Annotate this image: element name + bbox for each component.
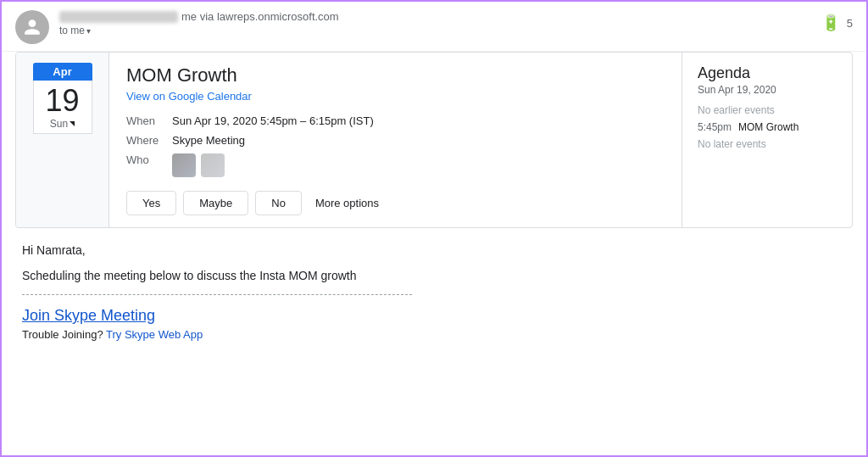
agenda-date: Sun Apr 19, 2020 bbox=[698, 84, 837, 96]
rsvp-buttons: Yes Maybe No More options bbox=[126, 191, 665, 215]
rsvp-more-options-button[interactable]: More options bbox=[309, 192, 386, 215]
cal-day-box: 19 Sun bbox=[33, 81, 92, 134]
trouble-text: Trouble Joining? Try Skype Web App bbox=[22, 328, 203, 341]
person-icon bbox=[23, 18, 42, 36]
email-body-text: Scheduling the meeting below to discuss … bbox=[22, 269, 846, 282]
when-label: When bbox=[126, 114, 162, 127]
calendar-card: Apr 19 Sun MOM Growth View on Google Cal… bbox=[15, 52, 853, 228]
where-label: Where bbox=[126, 134, 162, 147]
cal-day-num: 19 bbox=[34, 81, 92, 118]
event-who-row: Who bbox=[126, 153, 665, 177]
event-where-row: Where Skype Meeting bbox=[126, 134, 665, 147]
agenda-event-name: MOM Growth bbox=[738, 121, 798, 133]
sender-via: me via lawreps.onmicrosoft.com bbox=[181, 10, 339, 23]
email-body: Hi Namrata, Scheduling the meeting below… bbox=[2, 228, 866, 351]
attendee-avatar-1 bbox=[172, 153, 196, 177]
agenda-event-time: 5:45pm bbox=[698, 121, 732, 133]
rsvp-yes-button[interactable]: Yes bbox=[126, 191, 176, 215]
gcal-link[interactable]: View on Google Calendar bbox=[126, 90, 252, 103]
when-value: Sun Apr 19, 2020 5:45pm – 6:15pm (IST) bbox=[172, 114, 374, 127]
join-skype-link[interactable]: Join Skype Meeting bbox=[22, 307, 155, 325]
cal-event-details: MOM Growth View on Google Calendar When … bbox=[109, 53, 682, 227]
page-indicator: 5 bbox=[847, 17, 853, 30]
cal-triangle-icon bbox=[70, 121, 75, 126]
email-greeting: Hi Namrata, bbox=[22, 243, 846, 257]
calendar-date-block: Apr 19 Sun bbox=[16, 53, 109, 227]
agenda-no-later: No later events bbox=[698, 138, 837, 150]
who-label: Who bbox=[126, 153, 162, 177]
battery-icon: 🔋 bbox=[821, 14, 840, 32]
cal-day-name: Sun bbox=[34, 118, 92, 133]
email-divider bbox=[22, 294, 412, 295]
sender-line: me via lawreps.onmicrosoft.com bbox=[59, 10, 811, 23]
sender-avatar bbox=[15, 10, 49, 44]
email-header: me via lawreps.onmicrosoft.com to me ▾ 🔋… bbox=[2, 2, 866, 52]
agenda-sidebar: Agenda Sun Apr 19, 2020 No earlier event… bbox=[682, 53, 852, 227]
attendee-avatar-2 bbox=[201, 153, 225, 177]
agenda-no-earlier: No earlier events bbox=[698, 104, 837, 116]
who-value bbox=[172, 153, 225, 177]
sender-name-blur bbox=[59, 11, 178, 23]
event-when-row: When Sun Apr 19, 2020 5:45pm – 6:15pm (I… bbox=[126, 114, 665, 127]
event-title: MOM Growth bbox=[126, 64, 665, 86]
agenda-event-row: 5:45pm MOM Growth bbox=[698, 121, 837, 133]
rsvp-no-button[interactable]: No bbox=[255, 191, 302, 215]
to-me-dropdown[interactable]: to me ▾ bbox=[59, 25, 811, 36]
rsvp-maybe-button[interactable]: Maybe bbox=[183, 191, 248, 215]
sender-info: me via lawreps.onmicrosoft.com to me ▾ bbox=[59, 10, 811, 36]
try-skype-app-link[interactable]: Try Skype Web App bbox=[106, 328, 203, 341]
agenda-title: Agenda bbox=[698, 64, 837, 82]
cal-month: Apr bbox=[33, 63, 92, 81]
header-actions: 🔋 5 bbox=[821, 10, 853, 32]
where-value: Skype Meeting bbox=[172, 134, 245, 147]
